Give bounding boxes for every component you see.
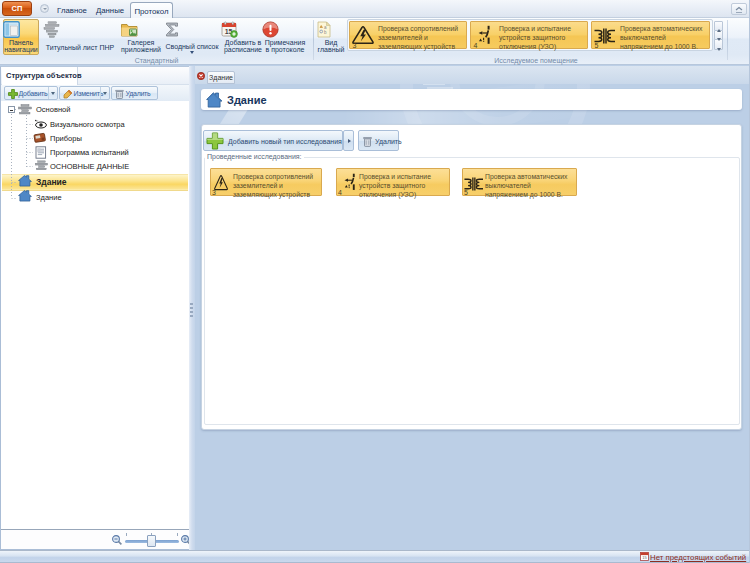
svg-text:15: 15 <box>642 555 647 560</box>
